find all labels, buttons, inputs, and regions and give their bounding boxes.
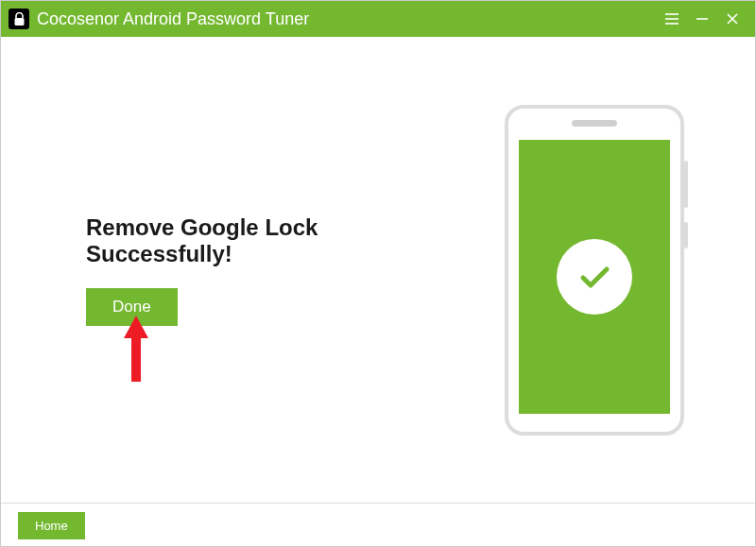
footer: Home xyxy=(1,503,755,547)
main-content: Remove Google Lock Successfully! Done xyxy=(1,37,755,503)
app-title: Cocosenor Android Password Tuner xyxy=(37,9,309,29)
check-icon xyxy=(572,254,617,299)
svg-rect-0 xyxy=(14,18,24,26)
success-headline: Remove Google Lock Successfully! xyxy=(86,214,462,267)
arrow-up-icon xyxy=(124,316,148,382)
phone-screen xyxy=(519,140,670,414)
message-pane: Remove Google Lock Successfully! Done xyxy=(1,214,472,326)
titlebar: Cocosenor Android Password Tuner xyxy=(1,1,755,37)
close-button[interactable] xyxy=(717,1,747,37)
close-icon xyxy=(726,12,739,26)
minimize-icon xyxy=(696,12,709,26)
svg-marker-7 xyxy=(124,316,148,382)
phone-side-button xyxy=(684,222,688,248)
phone-illustration xyxy=(472,105,755,436)
phone-side-button xyxy=(684,161,688,208)
success-check-circle xyxy=(557,239,632,315)
minimize-button[interactable] xyxy=(687,1,717,37)
home-button[interactable]: Home xyxy=(18,512,85,539)
phone-speaker xyxy=(572,120,617,127)
phone-frame xyxy=(505,105,684,436)
menu-icon xyxy=(664,12,679,26)
menu-button[interactable] xyxy=(657,1,687,37)
app-lock-icon xyxy=(9,9,29,29)
